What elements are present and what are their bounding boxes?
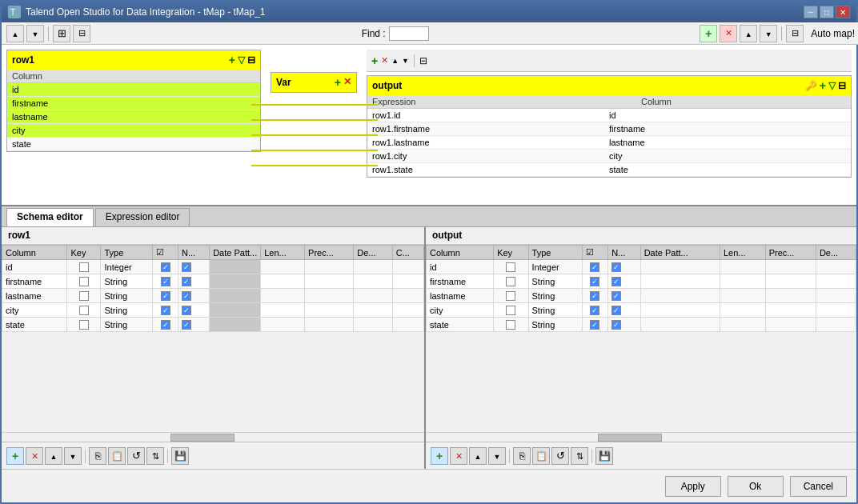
down-button[interactable]: [26, 25, 44, 42]
schema-right-row[interactable]: city String ✓ ✓: [427, 303, 856, 318]
rkey-cb-fn[interactable]: [506, 277, 515, 286]
output-link-icon[interactable]: ⊟: [419, 55, 427, 66]
output-settings-icon[interactable]: 🔑: [805, 80, 817, 91]
n-cb-id[interactable]: ✓: [182, 262, 191, 272]
rkey-cb-city[interactable]: [506, 306, 515, 315]
sl-paste-btn[interactable]: 📋: [108, 447, 126, 465]
rn-cb-id[interactable]: ✓: [611, 262, 621, 272]
sr-copy-btn[interactable]: ⎘: [513, 447, 531, 465]
null-cb-state[interactable]: ✓: [161, 320, 170, 330]
rkey-cb-ln[interactable]: [506, 291, 515, 301]
sl-add-btn[interactable]: [6, 447, 24, 465]
sl-copy-btn[interactable]: ⎘: [89, 447, 106, 465]
sl-save-btn[interactable]: 💾: [171, 447, 189, 465]
output-row[interactable]: row1.city city: [367, 150, 851, 163]
cancel-button[interactable]: Cancel: [790, 476, 847, 497]
left-scrollbar-thumb[interactable]: [170, 434, 235, 442]
link2-button[interactable]: ⊟: [786, 25, 804, 42]
null-cb-id[interactable]: ✓: [161, 262, 170, 272]
tab-expression[interactable]: Expression editor: [95, 208, 190, 226]
key-cb-state[interactable]: [79, 320, 89, 330]
output-expand2-icon[interactable]: ⊟: [838, 80, 846, 91]
sl-down-btn[interactable]: [64, 447, 82, 465]
rnull-cb-state[interactable]: ✓: [590, 320, 599, 330]
rn-cb-state[interactable]: ✓: [611, 320, 621, 330]
right-scrollbar[interactable]: [426, 432, 856, 442]
rnull-cb-fn[interactable]: ✓: [590, 277, 599, 286]
red-x-button[interactable]: [720, 25, 737, 42]
rkey-cb-state[interactable]: [506, 320, 515, 330]
sl-mirror-btn[interactable]: [146, 447, 164, 465]
schema-left-row[interactable]: lastname String ✓ ✓: [2, 289, 424, 303]
n-cb-ln[interactable]: ✓: [182, 291, 191, 301]
schema-left-row[interactable]: state String ✓ ✓: [2, 318, 424, 332]
output-filter-icon[interactable]: ▽: [828, 80, 836, 91]
minimize-button[interactable]: ─: [804, 6, 818, 18]
table-row[interactable]: city: [7, 124, 260, 138]
row1-expand-icon[interactable]: ⊟: [247, 54, 255, 66]
output-up-icon[interactable]: ▲: [391, 57, 399, 65]
close-button[interactable]: ✕: [836, 6, 850, 18]
sl-refresh-btn[interactable]: [127, 447, 145, 465]
rkey-cb-id[interactable]: [506, 262, 515, 272]
schema-left-row[interactable]: id Integer ✓ ✓: [2, 260, 424, 274]
green-add-button[interactable]: [700, 25, 717, 42]
n-cb-state[interactable]: ✓: [182, 320, 191, 330]
output-row[interactable]: row1.state state: [367, 163, 851, 177]
null-cb-ln[interactable]: ✓: [161, 291, 170, 301]
n-cb-fn[interactable]: ✓: [182, 277, 191, 286]
output-down-icon[interactable]: ▼: [402, 57, 409, 65]
schema-left-table-wrap[interactable]: Column Key Type ☑ N... Date Patt... Len.…: [2, 245, 424, 432]
automap-button[interactable]: Auto map!: [811, 28, 855, 39]
expand-button[interactable]: [53, 25, 70, 42]
apply-button[interactable]: Apply: [665, 476, 721, 497]
output-row[interactable]: row1.firstname firstname: [367, 122, 851, 136]
rn-cb-ln[interactable]: ✓: [611, 291, 621, 301]
schema-right-table-wrap[interactable]: Column Key Type ☑ N... Date Patt... Len.…: [426, 245, 856, 432]
sr-down-btn[interactable]: [488, 447, 506, 465]
up-button[interactable]: [6, 25, 24, 42]
table-row[interactable]: lastname: [7, 110, 260, 124]
var-add-icon[interactable]: +: [335, 76, 341, 89]
sl-del-btn[interactable]: [26, 447, 43, 465]
output-row[interactable]: row1.lastname lastname: [367, 136, 851, 150]
schema-left-row[interactable]: firstname String ✓ ✓: [2, 274, 424, 289]
table-row[interactable]: firstname: [7, 97, 260, 110]
rnull-cb-id[interactable]: ✓: [590, 262, 599, 272]
key-cb-id[interactable]: [79, 262, 89, 272]
rnull-cb-ln[interactable]: ✓: [590, 291, 599, 301]
sr-del-btn[interactable]: [450, 447, 467, 465]
maximize-button[interactable]: □: [820, 6, 834, 18]
key-cb-fn[interactable]: [79, 277, 89, 286]
tab-schema[interactable]: Schema editor: [6, 208, 94, 226]
var-x-icon[interactable]: ✕: [343, 76, 351, 89]
schema-right-row[interactable]: lastname String ✓ ✓: [427, 289, 856, 303]
rnull-cb-city[interactable]: ✓: [590, 306, 599, 315]
sr-save-btn[interactable]: 💾: [595, 447, 613, 465]
output-x-icon[interactable]: ✕: [381, 55, 388, 66]
down2-button[interactable]: [760, 25, 777, 42]
ok-button[interactable]: Ok: [728, 476, 784, 497]
sr-add-btn[interactable]: [431, 447, 448, 465]
key-cb-ln[interactable]: [79, 291, 89, 301]
sr-up-btn[interactable]: [469, 447, 487, 465]
up2-button[interactable]: [740, 25, 757, 42]
link-button[interactable]: ⊟: [73, 25, 90, 42]
rn-cb-city[interactable]: ✓: [611, 306, 621, 315]
table-row[interactable]: id: [7, 83, 260, 97]
schema-left-row[interactable]: city String ✓ ✓: [2, 303, 424, 318]
null-cb-city[interactable]: ✓: [161, 306, 170, 315]
sr-refresh-btn[interactable]: [551, 447, 569, 465]
output-row[interactable]: row1.id id: [367, 109, 851, 122]
rn-cb-fn[interactable]: ✓: [611, 277, 621, 286]
null-cb-fn[interactable]: ✓: [161, 277, 170, 286]
table-row[interactable]: state: [7, 138, 260, 151]
sr-paste-btn[interactable]: 📋: [532, 447, 550, 465]
right-scrollbar-thumb[interactable]: [598, 434, 662, 442]
sr-mirror-btn[interactable]: [571, 447, 588, 465]
left-scrollbar[interactable]: [2, 432, 424, 442]
output-add-icon[interactable]: +: [371, 54, 378, 67]
sl-up-btn[interactable]: [45, 447, 62, 465]
output-add2-icon[interactable]: +: [820, 79, 826, 92]
row1-filter-icon[interactable]: ▽: [238, 54, 245, 66]
